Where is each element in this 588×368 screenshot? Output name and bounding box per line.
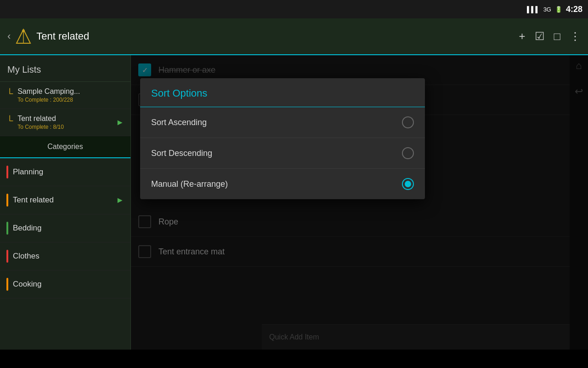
tent-list-name: Tent related (17, 115, 116, 123)
back-button[interactable]: ‹ (7, 30, 11, 42)
category-name-cooking: Cooking (13, 280, 124, 289)
category-name-planning: Planning (13, 167, 124, 177)
category-name-clothes: Clothes (13, 252, 124, 261)
category-bar-clothes (6, 250, 8, 263)
main-layout: My Lists └ Sample Camping... To Complete… (0, 55, 588, 350)
list-corner-icon-2: └ (6, 115, 13, 126)
list-name: Sample Camping... (17, 87, 124, 96)
check-all-button[interactable]: ☑ (535, 30, 545, 43)
category-name-tent: Tent related (13, 196, 111, 205)
app-bar-actions: + ☑ □ ⋮ (519, 30, 581, 43)
content-area: ✓ Hammer or axe ⋮ Ground cloth ⋮ Rope ⋮ … (131, 55, 588, 350)
my-lists-header: My Lists (0, 55, 130, 82)
sort-option-ascending[interactable]: Sort Ascending (140, 107, 425, 138)
sort-options-dialog: Sort Options Sort Ascending Sort Descend… (140, 78, 425, 199)
sort-dialog-title: Sort Options (140, 78, 425, 107)
sort-manual-label: Manual (Re-arrange) (151, 179, 228, 189)
category-item-tent[interactable]: Tent related ► (0, 186, 130, 214)
sort-ascending-radio[interactable] (402, 116, 414, 128)
sort-manual-radio[interactable] (402, 178, 414, 190)
network-signal-icon: ▌▌▌ (527, 6, 540, 13)
category-item-bedding[interactable]: Bedding (0, 214, 130, 242)
network-type: 3G (543, 6, 551, 13)
sidebar: My Lists └ Sample Camping... To Complete… (0, 55, 131, 350)
categories-header: Categories (0, 136, 130, 158)
category-item-clothes[interactable]: Clothes (0, 242, 130, 270)
select-button[interactable]: □ (554, 30, 561, 43)
sort-ascending-label: Sort Ascending (151, 118, 207, 127)
list-item-content: Sample Camping... To Complete : 200/228 (17, 87, 124, 103)
list-item-tent-related[interactable]: └ Tent related To Complete : 8/10 ► (0, 109, 130, 136)
list-progress: To Complete : 200/228 (17, 97, 124, 103)
sort-descending-radio[interactable] (402, 147, 414, 159)
list-item-sample-camping[interactable]: └ Sample Camping... To Complete : 200/22… (0, 82, 130, 109)
status-bar: ▌▌▌ 3G 🔋 4:28 (0, 0, 588, 18)
tent-list-arrow: ► (116, 118, 124, 127)
category-bar-cooking (6, 278, 8, 291)
category-item-cooking[interactable]: Cooking (0, 270, 130, 299)
overflow-menu-button[interactable]: ⋮ (570, 30, 581, 43)
clock: 4:28 (566, 5, 582, 14)
list-corner-icon: └ (6, 88, 13, 99)
sort-descending-label: Sort Descending (151, 149, 212, 158)
battery-icon: 🔋 (555, 6, 562, 13)
list-item-tent-content: Tent related To Complete : 8/10 (17, 115, 116, 130)
category-bar-planning (6, 166, 8, 178)
category-bar-bedding (6, 222, 8, 235)
sort-option-descending[interactable]: Sort Descending (140, 138, 425, 169)
sort-option-manual[interactable]: Manual (Re-arrange) (140, 169, 425, 199)
app-bar: ‹ Tent related + ☑ □ ⋮ (0, 18, 588, 55)
add-button[interactable]: + (519, 30, 525, 43)
category-bar-tent (6, 194, 8, 207)
app-title: Tent related (36, 30, 519, 42)
app-logo (14, 27, 33, 46)
tent-list-progress: To Complete : 8/10 (17, 124, 116, 130)
category-name-bedding: Bedding (13, 224, 124, 233)
svg-point-2 (22, 29, 25, 32)
category-item-planning[interactable]: Planning (0, 158, 130, 186)
category-arrow-tent: ► (116, 196, 124, 205)
